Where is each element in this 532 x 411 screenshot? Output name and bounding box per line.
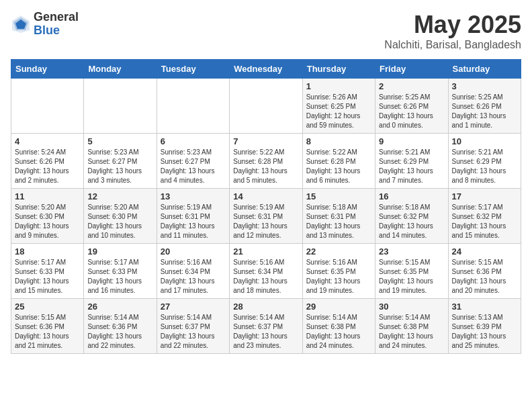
calendar-cell	[11, 79, 84, 134]
day-info: Sunrise: 5:13 AM Sunset: 6:39 PM Dayligh…	[452, 313, 517, 351]
calendar-week-2: 4Sunrise: 5:24 AM Sunset: 6:26 PM Daylig…	[11, 134, 521, 189]
day-info: Sunrise: 5:20 AM Sunset: 6:30 PM Dayligh…	[87, 203, 152, 240]
day-info: Sunrise: 5:21 AM Sunset: 6:29 PM Dayligh…	[452, 148, 517, 185]
calendar-cell: 25Sunrise: 5:15 AM Sunset: 6:36 PM Dayli…	[11, 299, 84, 354]
day-number: 11	[15, 191, 80, 201]
day-info: Sunrise: 5:16 AM Sunset: 6:34 PM Dayligh…	[161, 258, 226, 295]
header-wednesday: Wednesday	[230, 60, 302, 79]
day-number: 20	[161, 246, 226, 257]
calendar-cell: 13Sunrise: 5:19 AM Sunset: 6:31 PM Dayli…	[157, 189, 229, 244]
day-info: Sunrise: 5:20 AM Sunset: 6:30 PM Dayligh…	[15, 203, 80, 240]
calendar-cell: 3Sunrise: 5:25 AM Sunset: 6:26 PM Daylig…	[448, 79, 521, 134]
calendar-week-3: 11Sunrise: 5:20 AM Sunset: 6:30 PM Dayli…	[11, 189, 521, 244]
day-number: 14	[233, 191, 298, 201]
logo-general: General	[34, 11, 79, 24]
calendar-cell: 1Sunrise: 5:26 AM Sunset: 6:25 PM Daylig…	[302, 79, 375, 134]
calendar-cell: 6Sunrise: 5:23 AM Sunset: 6:27 PM Daylig…	[157, 134, 229, 189]
day-info: Sunrise: 5:19 AM Sunset: 6:31 PM Dayligh…	[161, 203, 226, 240]
day-info: Sunrise: 5:22 AM Sunset: 6:28 PM Dayligh…	[306, 148, 371, 185]
header-tuesday: Tuesday	[157, 60, 229, 79]
day-number: 26	[87, 302, 152, 312]
day-number: 22	[306, 246, 371, 257]
day-number: 9	[379, 136, 444, 146]
day-number: 7	[233, 136, 298, 146]
logo-text: General Blue	[34, 11, 79, 38]
calendar-week-4: 18Sunrise: 5:17 AM Sunset: 6:33 PM Dayli…	[11, 244, 521, 299]
day-info: Sunrise: 5:25 AM Sunset: 6:26 PM Dayligh…	[379, 93, 444, 130]
calendar-cell: 17Sunrise: 5:17 AM Sunset: 6:32 PM Dayli…	[448, 189, 521, 244]
day-info: Sunrise: 5:14 AM Sunset: 6:37 PM Dayligh…	[161, 313, 226, 351]
calendar-cell: 26Sunrise: 5:14 AM Sunset: 6:36 PM Dayli…	[84, 299, 157, 354]
day-number: 10	[452, 136, 517, 146]
day-number: 8	[306, 136, 371, 146]
header-sunday: Sunday	[11, 60, 84, 79]
day-number: 16	[379, 191, 444, 201]
day-number: 24	[452, 246, 517, 257]
day-number: 17	[452, 191, 517, 201]
day-number: 18	[15, 246, 80, 257]
calendar-cell: 2Sunrise: 5:25 AM Sunset: 6:26 PM Daylig…	[375, 79, 448, 134]
day-info: Sunrise: 5:16 AM Sunset: 6:35 PM Dayligh…	[306, 258, 371, 295]
calendar-cell: 29Sunrise: 5:14 AM Sunset: 6:38 PM Dayli…	[302, 299, 375, 354]
day-info: Sunrise: 5:15 AM Sunset: 6:36 PM Dayligh…	[15, 313, 80, 351]
calendar-week-1: 1Sunrise: 5:26 AM Sunset: 6:25 PM Daylig…	[11, 79, 521, 134]
calendar-header-row: Sunday Monday Tuesday Wednesday Thursday…	[11, 60, 521, 79]
day-number: 28	[233, 302, 298, 312]
day-number: 30	[379, 302, 444, 312]
header-saturday: Saturday	[448, 60, 521, 79]
calendar-cell: 5Sunrise: 5:23 AM Sunset: 6:27 PM Daylig…	[84, 134, 157, 189]
calendar-cell: 23Sunrise: 5:15 AM Sunset: 6:35 PM Dayli…	[375, 244, 448, 299]
calendar-cell	[84, 79, 157, 134]
day-number: 27	[161, 302, 226, 312]
calendar-cell: 18Sunrise: 5:17 AM Sunset: 6:33 PM Dayli…	[11, 244, 84, 299]
calendar-cell	[157, 79, 229, 134]
day-number: 19	[87, 246, 152, 257]
day-info: Sunrise: 5:14 AM Sunset: 6:38 PM Dayligh…	[306, 313, 371, 351]
day-info: Sunrise: 5:15 AM Sunset: 6:35 PM Dayligh…	[379, 258, 444, 295]
calendar-cell: 12Sunrise: 5:20 AM Sunset: 6:30 PM Dayli…	[84, 189, 157, 244]
calendar-cell: 22Sunrise: 5:16 AM Sunset: 6:35 PM Dayli…	[302, 244, 375, 299]
day-info: Sunrise: 5:25 AM Sunset: 6:26 PM Dayligh…	[452, 93, 517, 130]
day-number: 13	[161, 191, 226, 201]
calendar-cell: 15Sunrise: 5:18 AM Sunset: 6:31 PM Dayli…	[302, 189, 375, 244]
day-number: 21	[233, 246, 298, 257]
calendar-cell: 11Sunrise: 5:20 AM Sunset: 6:30 PM Dayli…	[11, 189, 84, 244]
day-info: Sunrise: 5:24 AM Sunset: 6:26 PM Dayligh…	[15, 148, 80, 185]
day-number: 15	[306, 191, 371, 201]
day-number: 3	[452, 81, 517, 91]
calendar-cell: 16Sunrise: 5:18 AM Sunset: 6:32 PM Dayli…	[375, 189, 448, 244]
day-number: 6	[161, 136, 226, 146]
day-info: Sunrise: 5:17 AM Sunset: 6:32 PM Dayligh…	[452, 203, 517, 240]
day-info: Sunrise: 5:18 AM Sunset: 6:31 PM Dayligh…	[306, 203, 371, 240]
logo: General Blue	[11, 11, 79, 38]
day-number: 2	[379, 81, 444, 91]
calendar-cell: 9Sunrise: 5:21 AM Sunset: 6:29 PM Daylig…	[375, 134, 448, 189]
header-friday: Friday	[375, 60, 448, 79]
day-info: Sunrise: 5:14 AM Sunset: 6:38 PM Dayligh…	[379, 313, 444, 351]
calendar-week-5: 25Sunrise: 5:15 AM Sunset: 6:36 PM Dayli…	[11, 299, 521, 354]
day-info: Sunrise: 5:16 AM Sunset: 6:34 PM Dayligh…	[233, 258, 298, 295]
calendar-cell: 21Sunrise: 5:16 AM Sunset: 6:34 PM Dayli…	[230, 244, 302, 299]
calendar-cell: 19Sunrise: 5:17 AM Sunset: 6:33 PM Dayli…	[84, 244, 157, 299]
day-info: Sunrise: 5:18 AM Sunset: 6:32 PM Dayligh…	[379, 203, 444, 240]
day-number: 25	[15, 302, 80, 312]
calendar-cell	[230, 79, 302, 134]
location: Nalchiti, Barisal, Bangladesh	[384, 39, 521, 51]
calendar-cell: 7Sunrise: 5:22 AM Sunset: 6:28 PM Daylig…	[230, 134, 302, 189]
day-number: 23	[379, 246, 444, 257]
day-number: 5	[87, 136, 152, 146]
calendar-cell: 28Sunrise: 5:14 AM Sunset: 6:37 PM Dayli…	[230, 299, 302, 354]
calendar-table: Sunday Monday Tuesday Wednesday Thursday…	[11, 59, 521, 354]
calendar-cell: 31Sunrise: 5:13 AM Sunset: 6:39 PM Dayli…	[448, 299, 521, 354]
calendar-cell: 4Sunrise: 5:24 AM Sunset: 6:26 PM Daylig…	[11, 134, 84, 189]
title-block: May 2025 Nalchiti, Barisal, Bangladesh	[384, 11, 521, 51]
header-thursday: Thursday	[302, 60, 375, 79]
day-number: 31	[452, 302, 517, 312]
calendar-cell: 30Sunrise: 5:14 AM Sunset: 6:38 PM Dayli…	[375, 299, 448, 354]
calendar-cell: 8Sunrise: 5:22 AM Sunset: 6:28 PM Daylig…	[302, 134, 375, 189]
day-info: Sunrise: 5:17 AM Sunset: 6:33 PM Dayligh…	[15, 258, 80, 295]
calendar-cell: 10Sunrise: 5:21 AM Sunset: 6:29 PM Dayli…	[448, 134, 521, 189]
page-header: General Blue May 2025 Nalchiti, Barisal,…	[11, 11, 521, 51]
logo-icon	[11, 14, 31, 34]
day-number: 29	[306, 302, 371, 312]
